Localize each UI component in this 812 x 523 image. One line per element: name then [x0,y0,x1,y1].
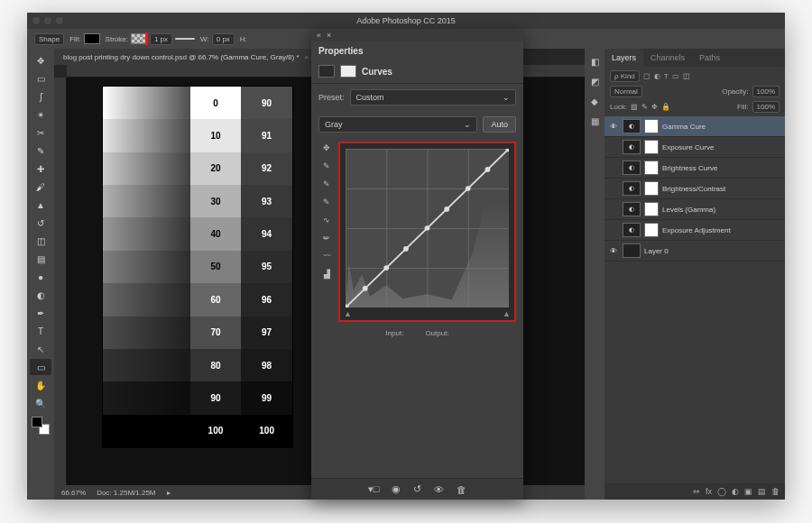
blend-mode-select[interactable]: Normal [610,86,642,97]
visibility-toggle[interactable]: 👁 [608,123,619,131]
trash-icon[interactable]: 🗑 [771,487,780,496]
mask-thumb[interactable] [644,161,659,175]
histogram-icon[interactable]: ▟ [319,268,334,280]
layer-thumb[interactable]: ◐ [623,202,641,216]
lock-pos-icon[interactable]: ✥ [651,103,658,111]
adjustment-icon[interactable]: ◐ [732,487,739,496]
curve-line[interactable] [346,149,509,307]
lock-all-icon[interactable]: 🔒 [661,103,670,111]
chevron-right-icon[interactable]: ▸ [167,489,171,497]
channel-select[interactable]: Gray ⌄ [318,116,477,133]
view-previous-icon[interactable]: ◉ [392,483,401,495]
wand-tool[interactable]: ✴ [30,106,51,123]
toggle-visibility-icon[interactable]: 👁 [434,484,444,495]
lasso-tool[interactable]: ʃ [30,88,51,105]
tool-mode-select[interactable]: Shape [34,33,64,45]
mask-thumb[interactable] [644,181,659,196]
crop-tool[interactable]: ✂ [30,124,51,141]
layer-row[interactable]: ◐Levels (Gamma) [604,199,785,220]
lock-pixels-icon[interactable]: ✎ [641,103,648,111]
tab-layers[interactable]: Layers [604,49,643,67]
path-select-tool[interactable]: ↖ [30,341,51,357]
properties-panel-titlebar[interactable]: « × [311,29,523,41]
width-field[interactable]: 0 px [212,33,235,45]
mask-thumb[interactable] [644,223,659,237]
filter-shape-icon[interactable]: ▭ [672,72,679,80]
close-tab-icon[interactable]: × [305,53,309,61]
blur-tool[interactable]: ● [30,269,51,285]
layer-row[interactable]: 👁Layer 0 [604,241,785,262]
fg-color[interactable] [32,417,42,427]
stamp-tool[interactable]: ▲ [30,197,51,213]
group-icon[interactable]: ▣ [744,487,752,496]
new-layer-icon[interactable]: ▤ [758,487,766,496]
color-panel-icon[interactable]: ◆ [587,94,602,108]
layer-row[interactable]: ◐Exposure Adjustment [604,220,785,241]
mask-thumb[interactable] [644,119,659,133]
white-point-slider[interactable]: ▲ [503,309,511,318]
document-tab[interactable]: blog post printing dry down control.psd … [54,49,318,65]
gray-eyedropper-icon[interactable]: ✎ [319,178,334,190]
fx-icon[interactable]: fx [706,487,712,496]
heal-tool[interactable]: ✚ [30,161,51,177]
brush-tool[interactable]: 🖌 [30,179,51,195]
layer-row[interactable]: ◐Brightness/Contrast [604,179,785,199]
history-panel-icon[interactable]: ◧ [587,54,602,69]
history-brush-tool[interactable]: ↺ [30,215,51,231]
mask-thumb[interactable] [644,202,659,216]
fill-swatch[interactable] [84,33,100,44]
layer-row[interactable]: ◐Exposure Curve [604,137,785,158]
dodge-tool[interactable]: ◐ [30,287,51,303]
black-eyedropper-icon[interactable]: ✎ [319,196,334,208]
preset-select[interactable]: Custom ⌄ [350,89,516,106]
link-layers-icon[interactable]: ⇔ [693,487,700,496]
marquee-tool[interactable]: ▭ [30,70,51,87]
swatches-panel-icon[interactable]: ▦ [587,114,602,128]
layer-row[interactable]: ◐Brightness Curve [604,158,785,179]
filter-pixel-icon[interactable]: ▢ [643,72,651,80]
lock-trans-icon[interactable]: ▨ [631,103,638,111]
filter-type-icon[interactable]: T [664,72,669,80]
opacity-field[interactable]: 100% [752,86,780,97]
eraser-tool[interactable]: ◫ [30,233,51,249]
layer-thumb[interactable] [623,243,641,258]
zoom-level[interactable]: 66.67% [61,489,86,497]
gradient-tool[interactable]: ▤ [30,251,51,267]
tab-channels[interactable]: Channels [643,49,692,67]
zoom-tool[interactable]: 🔍 [30,395,51,411]
black-point-slider[interactable]: ▲ [344,309,352,318]
white-eyedropper-icon[interactable]: ✎ [319,160,334,172]
layer-row[interactable]: 👁◐Gamma Cure [604,116,785,137]
auto-button[interactable]: Auto [483,116,516,133]
eyedropper-tool[interactable]: ✎ [30,142,51,159]
stroke-swatch[interactable] [131,33,147,44]
fg-bg-swatch[interactable] [32,417,50,435]
properties-tab[interactable]: Properties [311,41,523,60]
stroke-width-field[interactable]: 1 px [150,33,172,45]
mask-thumb-icon[interactable] [340,65,356,78]
close-panel-icon[interactable]: × [327,31,331,40]
reset-icon[interactable]: ↺ [413,483,421,495]
curve-graph[interactable]: ▲ ▲ [338,142,516,322]
pen-tool[interactable]: ✒ [30,305,51,321]
filter-adj-icon[interactable]: ◐ [654,72,660,80]
text-tool[interactable]: T [30,323,51,339]
target-adjust-icon[interactable]: ✥ [319,142,334,154]
layer-thumb[interactable]: ◐ [623,161,641,175]
smooth-icon[interactable]: 〰 [319,250,334,262]
filter-smart-icon[interactable]: ◫ [683,72,690,80]
layer-thumb[interactable]: ◐ [623,181,641,196]
mask-icon[interactable]: ◯ [717,487,726,496]
pencil-mode-icon[interactable]: ✏ [319,232,334,244]
layer-thumb[interactable]: ◐ [623,119,641,133]
hand-tool[interactable]: ✋ [30,377,51,393]
collapse-panel-icon[interactable]: « [317,31,321,40]
tab-paths[interactable]: Paths [692,49,727,67]
fill-field[interactable]: 100% [752,101,780,113]
properties-panel-icon[interactable]: ◩ [587,74,602,88]
layer-thumb[interactable]: ◐ [623,223,641,237]
curve-mode-icon[interactable]: ∿ [319,214,334,226]
layer-thumb[interactable]: ◐ [623,140,641,154]
stroke-style-select[interactable] [175,38,195,40]
layer-filter-select[interactable]: ρ Kind [610,70,640,82]
